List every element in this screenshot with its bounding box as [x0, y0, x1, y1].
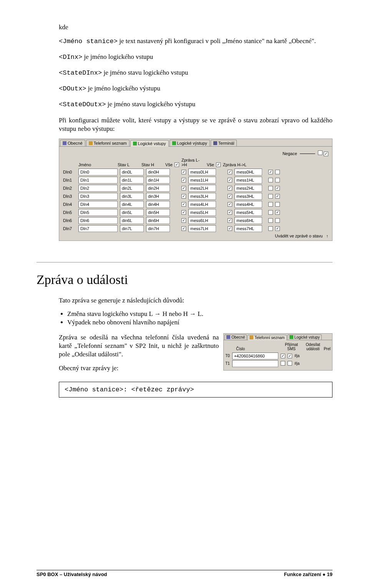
stavl-field[interactable]: din1L [120, 177, 144, 184]
jmeno-field[interactable]: DIn3 [78, 193, 118, 200]
mini-tab-logické-vstupy[interactable]: Logické vstupy [288, 334, 322, 340]
phone-number-field[interactable]: +420603416860 [232, 352, 278, 359]
neg-cb1[interactable] [268, 186, 273, 190]
neg-cb2[interactable] [275, 186, 280, 190]
hl-cb[interactable] [228, 178, 232, 182]
tab-terminál[interactable]: Terminál [211, 140, 237, 146]
neg-cb2[interactable] [275, 210, 280, 215]
messhl-field[interactable]: mess5HL [234, 209, 262, 216]
messlh-field[interactable]: mess3LH [188, 193, 216, 200]
prel-field[interactable]: #ja [294, 354, 299, 358]
stavh-field[interactable]: din3H [146, 193, 170, 200]
messlh-field[interactable]: mess5LH [188, 209, 216, 216]
jmeno-field[interactable]: DIn4 [78, 201, 118, 208]
jmeno-field[interactable]: DIn5 [78, 209, 118, 216]
messhl-field[interactable]: mess6HL [234, 217, 262, 224]
tab-icon [289, 335, 293, 339]
row-id: DIn6 [63, 218, 76, 223]
neg-cb2[interactable] [275, 194, 280, 199]
neg-cb1[interactable] [268, 170, 273, 174]
neg-cb2[interactable] [275, 226, 280, 231]
stavl-field[interactable]: din2L [120, 185, 144, 192]
stavl-field[interactable]: din3L [120, 193, 144, 200]
messlh-field[interactable]: mess4LH [188, 201, 216, 208]
neg-cb1[interactable] [268, 202, 273, 207]
neg-cb2[interactable] [275, 218, 280, 223]
lh-cb[interactable] [181, 186, 186, 190]
messhl-field[interactable]: mess2HL [234, 185, 262, 192]
stavh-field[interactable]: din7H [146, 225, 170, 232]
odesilat-cb[interactable] [288, 361, 292, 366]
messhl-field[interactable]: mess7HL [234, 225, 262, 232]
neg-cb1[interactable] [268, 218, 273, 223]
stavh-field[interactable]: din2H [146, 185, 170, 192]
arrow-up-icon [324, 234, 329, 238]
stavh-field[interactable]: din4H [146, 201, 170, 208]
messlh-field[interactable]: mess1LH [188, 177, 216, 184]
messlh-field[interactable]: mess2LH [188, 185, 216, 192]
stavh-field[interactable]: din6H [146, 217, 170, 224]
hl-cb[interactable] [228, 194, 232, 199]
stavh-field[interactable]: din1H [146, 177, 170, 184]
neg-cb2[interactable] [275, 170, 280, 174]
neg-cb1[interactable] [268, 226, 273, 231]
tab-logické-vstupy[interactable]: Logické vstupy [130, 140, 169, 147]
hl-cb[interactable] [228, 186, 232, 190]
odesilat-cb[interactable] [288, 354, 292, 358]
lh-cb[interactable] [181, 194, 186, 199]
messlh-field[interactable]: mess0LH [188, 169, 216, 175]
phone-row: T0+420603416860#ja [225, 352, 331, 359]
stavl-field[interactable]: din0L [120, 169, 144, 175]
negace-cb1[interactable] [318, 150, 322, 155]
hl-cb[interactable] [228, 202, 232, 207]
tab-logické-výstupy[interactable]: Logické výstupy [170, 140, 210, 146]
din-row: DIn7DIn7din7Ldin7Hmess7LHmess7HL [63, 225, 328, 232]
jmeno-field[interactable]: DIn1 [78, 177, 118, 184]
jmeno-field[interactable]: DIn7 [78, 225, 118, 232]
code-statedoutx: <StateDOutx> [59, 101, 106, 108]
jmeno-field[interactable]: DIn0 [78, 169, 118, 175]
hdr-vse2-cb[interactable] [216, 162, 221, 167]
para-jmeno-stanice: <Jméno stanice> je text nastavený při ko… [59, 37, 332, 46]
stavl-field[interactable]: din5L [120, 209, 144, 216]
hdr-vse1-cb[interactable] [175, 162, 179, 167]
neg-cb2[interactable] [275, 178, 280, 182]
neg-cb2[interactable] [275, 202, 280, 207]
lh-cb[interactable] [181, 170, 186, 174]
stavl-field[interactable]: din7L [120, 225, 144, 232]
prijimat-cb[interactable] [281, 354, 285, 358]
tab-obecné[interactable]: Obecné [60, 140, 85, 146]
hl-cb[interactable] [228, 170, 232, 174]
row-id: DIn3 [63, 194, 76, 199]
negace-cb2[interactable] [324, 152, 328, 156]
prijimat-cb[interactable] [281, 361, 285, 366]
mini-tab-obecné[interactable]: Obecné [224, 334, 247, 340]
lh-cb[interactable] [181, 202, 186, 207]
messlh-field[interactable]: mess7LH [188, 225, 216, 232]
messhl-field[interactable]: mess3HL [234, 193, 262, 200]
neg-cb1[interactable] [268, 210, 273, 215]
messhl-field[interactable]: mess1HL [234, 177, 262, 184]
messhl-field[interactable]: mess4HL [234, 201, 262, 208]
messlh-field[interactable]: mess6LH [188, 217, 216, 224]
phone-number-field[interactable] [232, 360, 278, 367]
stavh-field[interactable]: din0H [146, 169, 170, 175]
stavl-field[interactable]: din6L [120, 217, 144, 224]
lh-cb[interactable] [181, 226, 186, 231]
hl-cb[interactable] [228, 218, 232, 223]
hl-cb[interactable] [228, 210, 232, 215]
tab-telefonní-seznam[interactable]: Telefonní seznam [86, 140, 130, 146]
mini-tab-telefonní-seznam[interactable]: Telefonní seznam [248, 335, 286, 340]
neg-cb1[interactable] [268, 194, 273, 199]
lh-cb[interactable] [181, 210, 186, 215]
messhl-field[interactable]: mess0HL [234, 169, 262, 175]
lh-cb[interactable] [181, 178, 186, 182]
prel-field[interactable]: #ja [294, 361, 299, 366]
jmeno-field[interactable]: DIn6 [78, 217, 118, 224]
neg-cb1[interactable] [268, 178, 273, 182]
hl-cb[interactable] [228, 226, 232, 231]
jmeno-field[interactable]: DIn2 [78, 185, 118, 192]
stavl-field[interactable]: din4L [120, 201, 144, 208]
stavh-field[interactable]: din5H [146, 209, 170, 216]
lh-cb[interactable] [181, 218, 186, 223]
